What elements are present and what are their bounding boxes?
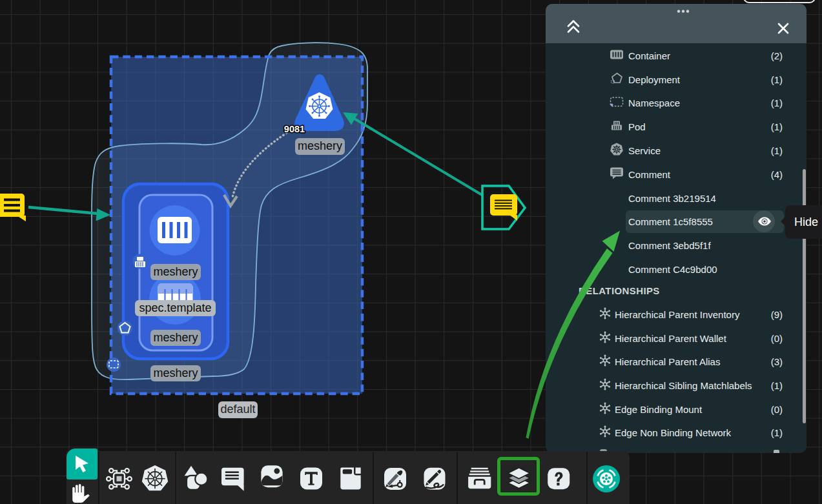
svg-text:9081: 9081 [284,124,305,134]
